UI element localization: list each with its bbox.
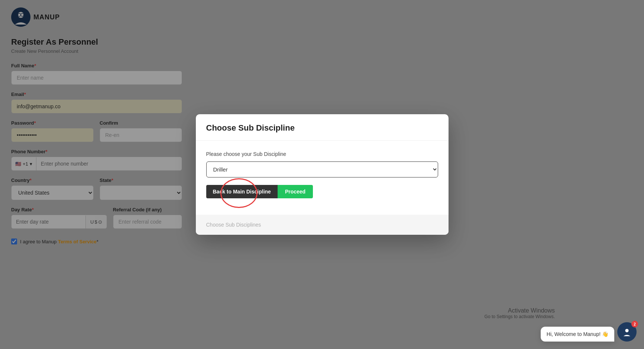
modal-overlay[interactable]: Choose Sub Discipline Please choose your…	[0, 0, 644, 349]
modal-footer-text: Choose Sub Disciplines	[206, 222, 261, 228]
chat-avatar[interactable]: 2	[617, 322, 637, 342]
modal-body: Please choose your Sub Discipline Drille…	[196, 141, 449, 215]
proceed-button[interactable]: Proceed	[278, 185, 313, 198]
chat-bubble[interactable]: Hi, Welcome to Manup! 👋 2	[541, 322, 637, 342]
chat-badge: 2	[631, 321, 638, 327]
sub-discipline-select[interactable]: Driller Directional Driller Mud Engineer…	[206, 161, 438, 177]
modal-footer: Choose Sub Disciplines	[196, 215, 449, 235]
chat-message-text: Hi, Welcome to Manup! 👋	[547, 331, 608, 337]
modal-actions: Back to Main Discipline Proceed	[206, 185, 438, 198]
choose-sub-discipline-modal: Choose Sub Discipline Please choose your…	[196, 114, 449, 235]
modal-header: Choose Sub Discipline	[196, 114, 449, 141]
chat-logo-icon	[621, 326, 632, 337]
chat-message: Hi, Welcome to Manup! 👋	[541, 327, 614, 342]
modal-instruction: Please choose your Sub Discipline	[206, 151, 438, 157]
back-to-main-discipline-button[interactable]: Back to Main Discipline	[206, 185, 278, 198]
svg-point-6	[625, 329, 628, 332]
modal-title: Choose Sub Discipline	[206, 123, 438, 133]
